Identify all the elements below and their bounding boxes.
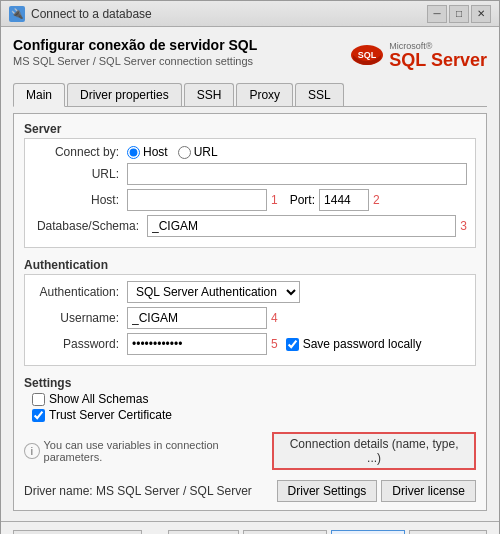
show-schemas-label: Show All Schemas [49, 392, 148, 406]
auth-type-row: Authentication: SQL Server Authenticatio… [33, 281, 467, 303]
window-title: Connect to a database [31, 7, 152, 21]
show-schemas-checkbox[interactable] [32, 393, 45, 406]
show-schemas-row: Show All Schemas [32, 392, 476, 406]
next-button[interactable]: Avançar > [243, 530, 327, 534]
save-password-checkbox[interactable] [286, 338, 299, 351]
info-row: i You can use variables in connection pa… [24, 432, 476, 470]
header-area: Configurar conexão de servidor SQL MS SQ… [13, 37, 487, 73]
host-port-row: Host: 1 Port: 2 [33, 189, 467, 211]
schema-input[interactable] [147, 215, 456, 237]
connect-by-row: Connect by: Host URL [33, 145, 467, 159]
server-section: Server Connect by: Host URL [24, 122, 476, 252]
save-password-label[interactable]: Save password locally [286, 337, 422, 351]
tab-ssh[interactable]: SSH [184, 83, 235, 106]
info-text: You can use variables in connection para… [44, 439, 273, 463]
info-icon: i [24, 443, 40, 459]
auth-type-select[interactable]: SQL Server Authentication Windows Authen… [127, 281, 300, 303]
back-button[interactable]: < Voltar [168, 530, 239, 534]
connect-by-radio-group: Host URL [127, 145, 218, 159]
footer-left: Test Connection ... [13, 530, 142, 534]
auth-type-label: Authentication: [33, 285, 123, 299]
title-bar: 🔌 Connect to a database ─ □ ✕ [1, 1, 499, 27]
port-label: Port: [290, 193, 315, 207]
radio-url-text: URL [194, 145, 218, 159]
tab-main[interactable]: Main [13, 83, 65, 107]
driver-row: Driver name: MS SQL Server / SQL Server … [24, 480, 476, 502]
test-connection-button[interactable]: Test Connection ... [13, 530, 142, 534]
server-section-label: Server [24, 122, 476, 136]
radio-url[interactable] [178, 146, 191, 159]
tab-proxy[interactable]: Proxy [236, 83, 293, 106]
url-row: URL: [33, 163, 467, 185]
host-label: Host: [33, 193, 123, 207]
header-text: Configurar conexão de servidor SQL MS SQ… [13, 37, 257, 67]
radio-host-label[interactable]: Host [127, 145, 168, 159]
username-input[interactable] [127, 307, 267, 329]
main-content: Configurar conexão de servidor SQL MS SQ… [1, 27, 499, 521]
trust-cert-label: Trust Server Certificate [49, 408, 172, 422]
minimize-button[interactable]: ─ [427, 5, 447, 23]
tab-driver-properties[interactable]: Driver properties [67, 83, 182, 106]
password-number: 5 [271, 337, 278, 351]
tab-bar: Main Driver properties SSH Proxy SSL [13, 83, 487, 107]
footer: Test Connection ... < Voltar Avançar > C… [1, 521, 499, 534]
url-input[interactable] [127, 163, 467, 185]
auth-section-label: Authentication [24, 258, 476, 272]
trust-cert-checkbox[interactable] [32, 409, 45, 422]
footer-right: < Voltar Avançar > Concluir Cancelar [168, 530, 487, 534]
radio-url-label[interactable]: URL [178, 145, 218, 159]
close-button[interactable]: ✕ [471, 5, 491, 23]
settings-section: Settings Show All Schemas Trust Server C… [24, 376, 476, 424]
sql-server-logo: SQL Microsoft® SQL Server [349, 37, 487, 73]
url-label: URL: [33, 167, 123, 181]
password-input[interactable] [127, 333, 267, 355]
cancel-button[interactable]: Cancelar [409, 530, 487, 534]
settings-box: Show All Schemas Trust Server Certificat… [24, 392, 476, 422]
sql-logo-icon: SQL [349, 37, 385, 73]
title-bar-left: 🔌 Connect to a database [9, 6, 152, 22]
sql-server-label: SQL Server [389, 51, 487, 69]
radio-host-text: Host [143, 145, 168, 159]
page-subtitle: MS SQL Server / SQL Server connection se… [13, 55, 257, 67]
save-password-text: Save password locally [303, 337, 422, 351]
driver-license-button[interactable]: Driver license [381, 480, 476, 502]
info-text-area: i You can use variables in connection pa… [24, 439, 272, 463]
trust-cert-row: Trust Server Certificate [32, 408, 476, 422]
maximize-button[interactable]: □ [449, 5, 469, 23]
driver-name-value: MS SQL Server / SQL Server [96, 484, 252, 498]
username-number: 4 [271, 311, 278, 325]
connect-by-label: Connect by: [33, 145, 123, 159]
main-panel: Server Connect by: Host URL [13, 113, 487, 511]
username-label: Username: [33, 311, 123, 325]
settings-section-label: Settings [24, 376, 476, 390]
schema-number: 3 [460, 219, 467, 233]
port-input[interactable] [319, 189, 369, 211]
auth-section-box: Authentication: SQL Server Authenticatio… [24, 274, 476, 366]
host-number: 1 [271, 193, 278, 207]
radio-host[interactable] [127, 146, 140, 159]
finish-button[interactable]: Concluir [331, 530, 405, 534]
schema-label: Database/Schema: [33, 219, 143, 233]
page-title: Configurar conexão de servidor SQL [13, 37, 257, 53]
title-bar-controls: ─ □ ✕ [427, 5, 491, 23]
window-icon: 🔌 [9, 6, 25, 22]
main-window: 🔌 Connect to a database ─ □ ✕ Configurar… [0, 0, 500, 534]
driver-name-label: Driver name: [24, 484, 93, 498]
driver-settings-button[interactable]: Driver Settings [277, 480, 378, 502]
sql-logo-text: Microsoft® SQL Server [389, 41, 487, 69]
schema-row: Database/Schema: 3 [33, 215, 467, 237]
username-row: Username: 4 [33, 307, 467, 329]
auth-section: Authentication Authentication: SQL Serve… [24, 258, 476, 370]
driver-name-text: Driver name: MS SQL Server / SQL Server [24, 484, 252, 498]
tab-ssl[interactable]: SSL [295, 83, 344, 106]
port-number: 2 [373, 193, 380, 207]
svg-text:SQL: SQL [358, 50, 377, 60]
connection-details-button[interactable]: Connection details (name, type, ...) [272, 432, 476, 470]
server-section-box: Connect by: Host URL [24, 138, 476, 248]
password-row: Password: 5 Save password locally [33, 333, 467, 355]
driver-buttons: Driver Settings Driver license [277, 480, 476, 502]
password-label: Password: [33, 337, 123, 351]
host-input[interactable] [127, 189, 267, 211]
